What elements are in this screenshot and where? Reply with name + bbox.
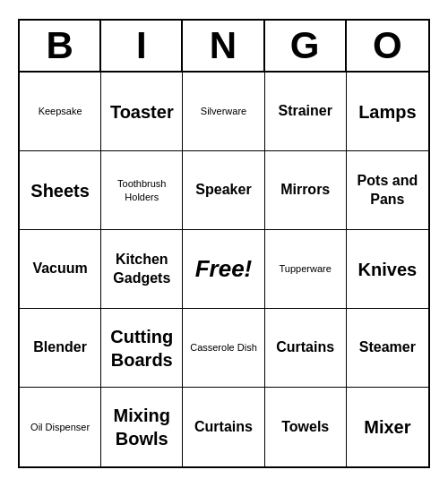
bingo-cell-23[interactable]: Towels <box>265 388 347 466</box>
cell-text: Pots and Pans <box>350 172 425 209</box>
bingo-cell-11[interactable]: Kitchen Gadgets <box>101 230 183 309</box>
bingo-cell-20[interactable]: Oil Dispenser <box>20 388 101 466</box>
bingo-cell-17[interactable]: Casserole Dish <box>183 309 264 388</box>
bingo-cell-12[interactable]: Free! <box>183 230 264 309</box>
bingo-header: BINGO <box>20 21 428 73</box>
cell-text: Blender <box>33 338 87 357</box>
cell-text: Sheets <box>30 179 90 202</box>
cell-text: Speaker <box>195 181 251 200</box>
bingo-cell-7[interactable]: Speaker <box>183 151 264 230</box>
cell-text: Curtains <box>194 418 253 437</box>
bingo-cell-9[interactable]: Pots and Pans <box>347 151 428 230</box>
cell-text: Steamer <box>359 338 416 357</box>
bingo-cell-8[interactable]: Mirrors <box>265 151 347 230</box>
bingo-card: BINGO KeepsakeToasterSilverwareStrainerL… <box>18 19 430 468</box>
bingo-cell-5[interactable]: Sheets <box>20 151 101 230</box>
cell-text: Lamps <box>358 100 416 124</box>
bingo-cell-16[interactable]: Cutting Boards <box>101 309 183 388</box>
header-letter: N <box>183 21 264 71</box>
header-letter: O <box>347 21 428 71</box>
cell-text: Kitchen Gadgets <box>105 251 178 288</box>
cell-text: Oil Dispenser <box>30 421 90 433</box>
cell-text: Keepsake <box>39 105 82 117</box>
cell-text: Cutting Boards <box>105 325 178 372</box>
cell-text: Towels <box>281 418 329 437</box>
bingo-cell-3[interactable]: Strainer <box>265 73 347 151</box>
cell-text: Free! <box>195 254 253 285</box>
bingo-cell-19[interactable]: Steamer <box>347 309 428 388</box>
bingo-cell-13[interactable]: Tupperware <box>265 230 347 309</box>
bingo-cell-21[interactable]: Mixing Bowls <box>101 388 183 466</box>
bingo-grid: KeepsakeToasterSilverwareStrainerLampsSh… <box>20 73 428 466</box>
cell-text: Casserole Dish <box>190 341 257 354</box>
cell-text: Strainer <box>278 102 332 121</box>
cell-text: Mixer <box>364 415 410 439</box>
bingo-cell-2[interactable]: Silverware <box>183 73 264 151</box>
bingo-cell-4[interactable]: Lamps <box>347 73 428 151</box>
cell-text: Silverware <box>201 105 246 117</box>
cell-text: Mixing Bowls <box>105 404 178 450</box>
header-letter: G <box>265 21 347 71</box>
cell-text: Vacuum <box>32 260 87 278</box>
header-letter: B <box>20 21 101 71</box>
bingo-cell-0[interactable]: Keepsake <box>20 73 101 151</box>
bingo-cell-15[interactable]: Blender <box>20 309 101 388</box>
bingo-cell-14[interactable]: Knives <box>347 230 428 309</box>
cell-text: Toaster <box>110 100 174 124</box>
cell-text: Curtains <box>276 338 334 357</box>
cell-text: Toothbrush Holders <box>105 177 178 203</box>
bingo-cell-24[interactable]: Mixer <box>347 388 428 466</box>
bingo-cell-22[interactable]: Curtains <box>183 388 264 466</box>
bingo-cell-1[interactable]: Toaster <box>101 73 183 151</box>
bingo-cell-18[interactable]: Curtains <box>265 309 347 388</box>
bingo-cell-6[interactable]: Toothbrush Holders <box>101 151 183 230</box>
bingo-cell-10[interactable]: Vacuum <box>20 230 101 309</box>
cell-text: Mirrors <box>280 181 330 200</box>
cell-text: Knives <box>358 258 418 281</box>
header-letter: I <box>101 21 183 71</box>
cell-text: Tupperware <box>280 262 332 275</box>
